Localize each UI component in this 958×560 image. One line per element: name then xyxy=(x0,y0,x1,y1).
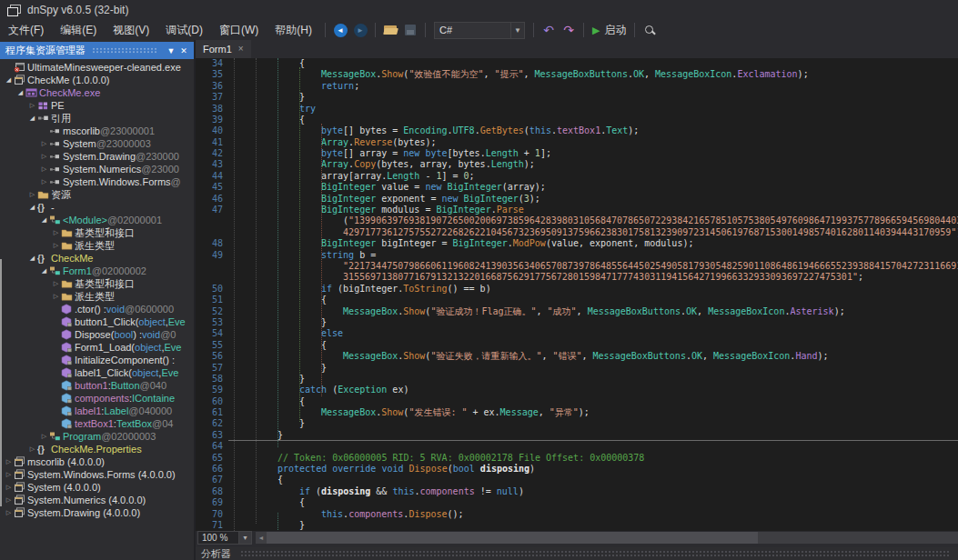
collapse-expander-icon[interactable]: ◢ xyxy=(27,255,37,262)
expand-expander-icon[interactable]: ▷ xyxy=(39,178,49,185)
expand-expander-icon[interactable]: ▷ xyxy=(4,471,14,478)
menu-item[interactable]: 调试(D) xyxy=(157,22,211,38)
collapse-expander-icon[interactable]: ◢ xyxy=(4,76,14,84)
tree-item[interactable]: button1 : Button @040 xyxy=(0,379,194,392)
tree-item[interactable]: ◢{}- xyxy=(0,201,194,214)
code-line[interactable]: 62} xyxy=(196,418,958,429)
tree-item[interactable]: ◢Form1 @02000002 xyxy=(0,265,194,277)
tree-item[interactable]: ▷System (4.0.0.0) xyxy=(0,481,194,494)
tree-item[interactable]: .ctor() : void @0600000 xyxy=(0,303,194,315)
tree-item[interactable]: label1_Click(object, Eve xyxy=(0,366,194,379)
search-button[interactable] xyxy=(640,21,660,39)
tree-item[interactable]: ▷System.Numerics @23000 xyxy=(0,163,194,175)
code-line[interactable]: 37} xyxy=(196,92,958,103)
language-selector[interactable]: C# ▼ xyxy=(434,23,525,38)
tree-item[interactable]: ◢<Module> @02000001 xyxy=(0,214,194,226)
tree-item[interactable]: ▷基类型和接口 xyxy=(0,277,194,290)
code-line[interactable]: 40byte[] bytes = Encoding.UTF8.GetBytes(… xyxy=(196,125,958,136)
code-line[interactable]: 53} xyxy=(196,317,958,328)
tree-item[interactable]: label1 : Label @040000 xyxy=(0,405,194,417)
menu-item[interactable]: 帮助(H) xyxy=(267,22,320,38)
assembly-explorer-header[interactable]: 程序集资源管理器 ▼ ✕ xyxy=(0,42,194,59)
code-line[interactable]: 50if (bigInteger.ToString() == b) xyxy=(196,284,958,295)
tree-item[interactable]: ◢CheckMe (1.0.0.0) xyxy=(0,74,194,86)
code-line[interactable]: "221734475079866061196082413903563406570… xyxy=(196,261,958,272)
code-line[interactable]: 36return; xyxy=(196,81,958,92)
code-line[interactable]: 39{ xyxy=(196,115,958,125)
tree-item[interactable]: ◢CheckMe.exe xyxy=(0,86,194,99)
code-line[interactable]: 61MessageBox.Show("发生错误: " + ex.Message,… xyxy=(196,407,958,418)
panel-menu-button[interactable]: ▼ xyxy=(165,46,177,55)
code-line[interactable]: 49string b = xyxy=(196,250,958,261)
tree-item[interactable]: ▷派生类型 xyxy=(0,239,194,252)
menu-item[interactable]: 视图(V) xyxy=(105,22,157,38)
tree-item[interactable]: ▷System.Windows.Forms (4.0.0.0) xyxy=(0,468,194,481)
code-line[interactable]: 51{ xyxy=(196,295,958,305)
code-line[interactable]: 70this.components.Dispose(); xyxy=(196,509,958,520)
panel-close-button[interactable]: ✕ xyxy=(177,46,190,55)
tree-item[interactable]: ▷派生类型 xyxy=(0,290,194,303)
collapse-expander-icon[interactable]: ◢ xyxy=(39,216,49,224)
navigate-forward-button[interactable]: ► xyxy=(350,21,370,39)
tree-item[interactable]: ▷System @23000003 xyxy=(0,137,194,150)
tab-form1[interactable]: Form1 × xyxy=(196,40,251,58)
code-line[interactable]: 41Array.Reverse(bytes); xyxy=(196,137,958,148)
redo-button[interactable]: ↷ xyxy=(559,21,579,39)
chevron-down-icon[interactable]: ▼ xyxy=(239,531,252,545)
expand-expander-icon[interactable]: ▷ xyxy=(39,165,49,173)
analyzer-panel-header[interactable]: 分析器 xyxy=(196,547,958,560)
tab-close-icon[interactable]: × xyxy=(238,44,244,54)
tree-item[interactable]: ◢{}CheckMe xyxy=(0,252,194,265)
expand-expander-icon[interactable]: ▷ xyxy=(4,458,14,465)
save-all-button[interactable] xyxy=(400,21,420,39)
code-line[interactable]: 67{ xyxy=(196,475,958,485)
expand-expander-icon[interactable]: ▷ xyxy=(51,280,61,287)
tree-item[interactable]: components : IContaine xyxy=(0,392,194,405)
tree-item[interactable]: ▷System.Numerics (4.0.0.0) xyxy=(0,494,194,506)
menu-item[interactable]: 窗口(W) xyxy=(211,22,267,38)
code-line[interactable]: 42byte[] array = new byte[bytes.Length +… xyxy=(196,148,958,159)
tree-item[interactable]: ▷Program @02000003 xyxy=(0,430,194,443)
code-line[interactable]: 57} xyxy=(196,363,958,374)
chevron-down-icon[interactable]: ▼ xyxy=(511,22,525,39)
code-line[interactable]: 43Array.Copy(bytes, array, bytes.Length)… xyxy=(196,159,958,170)
code-line[interactable]: 69{ xyxy=(196,497,958,508)
code-line[interactable]: 66protected override void Dispose(bool d… xyxy=(196,464,958,475)
zoom-selector[interactable]: 100 % ▼ xyxy=(197,532,252,544)
scrollbar-thumb[interactable] xyxy=(267,532,758,544)
tree-item[interactable]: textBox1 : TextBox @04 xyxy=(0,417,194,430)
code-line[interactable]: 55{ xyxy=(196,340,958,351)
undo-button[interactable]: ↶ xyxy=(539,21,559,39)
code-line[interactable]: 3155697138077167913213220166875629177567… xyxy=(196,272,958,283)
expand-expander-icon[interactable]: ▷ xyxy=(51,229,61,236)
code-line[interactable]: 45BigInteger value = new BigInteger(arra… xyxy=(196,182,958,193)
tree-item[interactable]: ▷mscorlib (4.0.0.0) xyxy=(0,455,194,468)
code-editor[interactable]: 34{35MessageBox.Show("效验值不能为空", "提示", Me… xyxy=(196,58,958,531)
collapse-expander-icon[interactable]: ◢ xyxy=(39,267,49,275)
expand-expander-icon[interactable]: ▷ xyxy=(4,484,14,491)
collapse-expander-icon[interactable]: ◢ xyxy=(15,89,25,96)
scroll-left-icon[interactable]: ◄ xyxy=(256,535,267,541)
code-line[interactable]: 52MessageBox.Show("验证成功！Flag正确。", "成功", … xyxy=(196,306,958,317)
expand-expander-icon[interactable]: ▷ xyxy=(39,140,49,147)
code-line[interactable]: 56MessageBox.Show("验证失败，请重新输入。", "错误", M… xyxy=(196,351,958,362)
expand-expander-icon[interactable]: ▷ xyxy=(51,293,61,300)
tree-item[interactable]: ▷基类型和接口 xyxy=(0,226,194,239)
code-line[interactable]: 4297177361275755272268262210456732369509… xyxy=(196,227,958,238)
code-line[interactable]: 64 xyxy=(196,441,958,452)
collapse-expander-icon[interactable]: ◢ xyxy=(27,115,37,122)
tree-item[interactable]: InitializeComponent() : xyxy=(0,354,194,366)
tree-item[interactable]: Dispose(bool) : void @0 xyxy=(0,328,194,341)
code-line[interactable]: 54else xyxy=(196,328,958,339)
code-line[interactable]: 65// Token: 0x06000005 RID: 5 RVA: 0x000… xyxy=(196,453,958,464)
code-line[interactable]: 34{ xyxy=(196,58,958,69)
code-line[interactable]: 60{ xyxy=(196,396,958,407)
expand-expander-icon[interactable]: ▷ xyxy=(39,153,49,160)
tree-item[interactable]: ▷PE xyxy=(0,99,194,112)
tree-scrollbar[interactable] xyxy=(0,259,2,506)
menu-item[interactable]: 文件(F) xyxy=(0,22,52,38)
code-line[interactable]: 58} xyxy=(196,374,958,385)
expand-expander-icon[interactable]: ▷ xyxy=(51,242,61,249)
tree-item[interactable]: ▷System.Drawing @230000 xyxy=(0,150,194,163)
tree-item[interactable]: ▷{}CheckMe.Properties xyxy=(0,443,194,455)
